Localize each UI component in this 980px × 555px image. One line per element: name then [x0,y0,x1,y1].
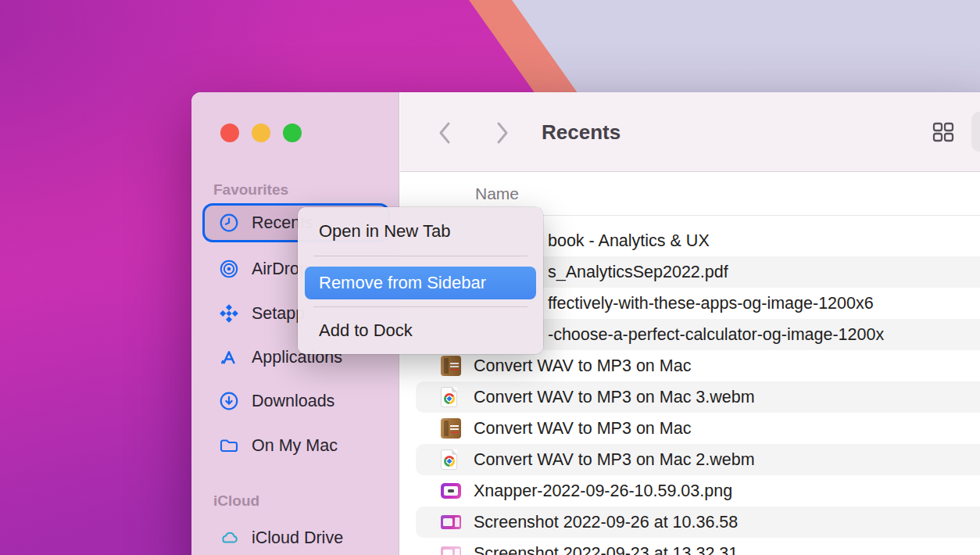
sidebar-item-downloads[interactable]: Downloads [205,384,388,418]
context-menu: Open in New Tab Remove from Sidebar Add … [298,207,543,354]
airdrop-icon [219,259,239,279]
page-title: Recents [542,92,621,172]
chrome-document-icon [441,449,457,470]
chrome-document-icon [441,387,457,407]
setapp-icon [219,303,239,324]
sidebar-item-icloud-drive[interactable]: iCloud Drive [205,521,388,555]
file-row[interactable]: Xnapper-2022-09-26-10.59.03.png [400,475,980,507]
menu-item-remove-from-sidebar[interactable]: Remove from Sidebar [305,267,536,299]
clock-icon [219,213,239,233]
back-button[interactable] [436,121,453,145]
sidebar-item-label: On My Mac [252,436,338,456]
downloads-icon [219,391,239,411]
toolbar: Recents [400,92,980,172]
menu-separator [313,306,528,307]
file-row[interactable]: Convert WAV to MP3 on Mac 3.webm [400,381,980,413]
video-thumbnail-icon [441,418,461,439]
zoom-button[interactable] [283,124,302,142]
sidebar-item-label: iCloud Drive [252,528,343,548]
file-row[interactable]: Screenshot 2022-09-23 at 13.32.31 [400,538,980,555]
menu-item-add-to-dock[interactable]: Add to Dock [298,314,543,347]
window-thumbnail-icon [441,483,461,499]
screenshot-thumbnail-icon [441,546,461,555]
file-row[interactable]: Convert WAV to MP3 on Mac 2.webm [400,444,980,475]
minimize-button[interactable] [252,124,270,142]
screenshot-thumbnail-icon [441,515,461,529]
grid-view-icon[interactable] [932,120,954,144]
close-button[interactable] [220,124,239,142]
video-thumbnail-icon [441,356,461,376]
sidebar-item-on-my-mac[interactable]: On My Mac [205,428,388,463]
sidebar-item-label: Downloads [252,392,334,411]
sidebar-section-favourites: Favourites [213,180,288,200]
sidebar-section-icloud: iCloud [213,491,259,511]
file-row[interactable]: Convert WAV to MP3 on Mac [400,413,980,444]
forward-button[interactable] [494,121,511,145]
folder-icon [219,435,239,456]
sidebar-item-label: Setapp [252,304,305,324]
toolbar-partial-control[interactable] [971,112,980,152]
menu-item-open-in-new-tab[interactable]: Open in New Tab [298,215,543,248]
appstore-icon [219,347,239,367]
menu-separator [313,256,528,256]
icloud-icon [219,528,239,548]
file-row[interactable]: Convert WAV to MP3 on Mac [400,350,980,381]
file-row[interactable]: Screenshot 2022-09-26 at 10.36.58 [400,507,980,538]
